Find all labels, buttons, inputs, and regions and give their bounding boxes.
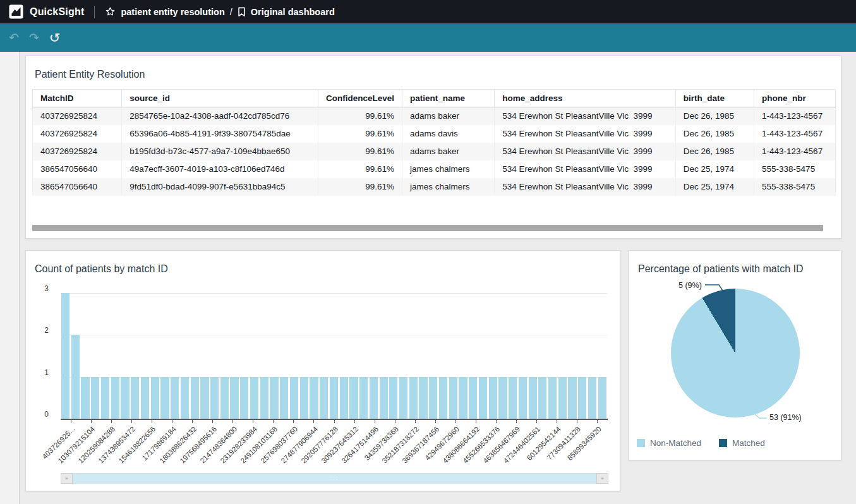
- column-header-source_id[interactable]: source_id: [122, 90, 318, 107]
- undo-icon[interactable]: ↶: [9, 32, 19, 44]
- table-row[interactable]: 40372692582465396a06-4b85-4191-9f39-3807…: [33, 125, 836, 143]
- legend-item-matched[interactable]: Matched: [719, 438, 765, 448]
- column-header-confidencelevel[interactable]: ConfidenceLevel: [318, 90, 402, 107]
- bar[interactable]: [230, 377, 238, 419]
- table-cell[interactable]: 9fd51df0-bdad-4099-907f-e5631bba94c5: [122, 178, 318, 196]
- bar[interactable]: [538, 377, 546, 419]
- bar[interactable]: [240, 377, 248, 419]
- bar[interactable]: [81, 377, 89, 419]
- bar[interactable]: [250, 377, 258, 419]
- column-header-home_address[interactable]: home_address: [495, 90, 676, 107]
- table-cell[interactable]: 403726925824: [33, 107, 122, 125]
- table-cell[interactable]: 1-443-123-4567: [754, 125, 836, 143]
- quicksight-home-link[interactable]: QuickSight: [9, 4, 84, 19]
- table-cell[interactable]: 65396a06-4b85-4191-9f39-380754785dae: [122, 125, 318, 143]
- table-cell[interactable]: 534 Erewhon St PleasantVille Vic 3999: [495, 178, 676, 196]
- bar[interactable]: [380, 377, 388, 419]
- bar[interactable]: [171, 377, 179, 419]
- table-cell[interactable]: 99.61%: [318, 107, 402, 125]
- bar[interactable]: [330, 377, 338, 419]
- table-cell[interactable]: 1-443-123-4567: [754, 107, 836, 125]
- bar[interactable]: [469, 377, 477, 419]
- table-cell[interactable]: adams baker: [402, 107, 494, 125]
- bar[interactable]: [419, 377, 427, 419]
- column-header-phone_nbr[interactable]: phone_nbr: [754, 90, 836, 107]
- table-cell[interactable]: Dec 26, 1985: [675, 125, 754, 143]
- table-cell[interactable]: 403726925824: [33, 143, 122, 160]
- bar[interactable]: [320, 377, 328, 419]
- bar[interactable]: [498, 377, 507, 419]
- bar[interactable]: [409, 377, 418, 419]
- bar[interactable]: [459, 377, 467, 419]
- zoom-handle-right[interactable]: ≡: [596, 473, 608, 484]
- table-cell[interactable]: 99.61%: [318, 160, 402, 178]
- bar[interactable]: [191, 377, 199, 419]
- table-cell[interactable]: 2854765e-10a2-4308-aadf-042cd785cd76: [122, 107, 318, 125]
- table-cell[interactable]: 555-338-5475: [754, 160, 836, 178]
- zoom-handle-left[interactable]: ≡: [61, 473, 73, 484]
- bar[interactable]: [131, 377, 139, 419]
- table-cell[interactable]: 534 Erewhon St PleasantVille Vic 3999: [495, 143, 676, 160]
- zoom-scroll-track[interactable]: ······: [73, 473, 596, 484]
- bar[interactable]: [598, 377, 606, 419]
- bar[interactable]: [260, 377, 268, 419]
- table-cell[interactable]: adams davis: [402, 125, 494, 143]
- table-cell[interactable]: 534 Erewhon St PleasantVille Vic 3999: [495, 125, 676, 143]
- chart-zoom-scrollbar[interactable]: ≡ ······ ≡: [61, 473, 608, 484]
- table-cell[interactable]: 1-443-123-4567: [754, 143, 836, 160]
- table-cell[interactable]: b195fd3d-b73c-4577-a9a7-109e4bbae650: [122, 143, 318, 160]
- reset-icon[interactable]: ↺: [49, 31, 61, 44]
- bar[interactable]: [578, 377, 586, 419]
- bar[interactable]: [588, 377, 596, 419]
- table-row[interactable]: 3865470566409fd51df0-bdad-4099-907f-e563…: [33, 178, 836, 196]
- bar[interactable]: [340, 377, 348, 419]
- legend-item-non-matched[interactable]: Non-Matched: [637, 438, 701, 448]
- table-cell[interactable]: 403726925824: [33, 125, 122, 143]
- table-cell[interactable]: james chalmers: [402, 160, 494, 178]
- table-cell[interactable]: Dec 26, 1985: [675, 107, 754, 125]
- table-row[interactable]: 403726925824b195fd3d-b73c-4577-a9a7-109e…: [33, 143, 836, 160]
- bar[interactable]: [429, 377, 437, 419]
- breadcrumb-dashboard-name[interactable]: Original dashboard: [251, 7, 335, 17]
- bar[interactable]: [200, 377, 208, 419]
- bar[interactable]: [529, 377, 537, 419]
- bar[interactable]: [489, 377, 497, 419]
- table-cell[interactable]: 99.61%: [318, 143, 402, 160]
- bar[interactable]: [558, 377, 567, 419]
- table-cell[interactable]: Dec 26, 1985: [675, 143, 754, 160]
- bar[interactable]: [310, 377, 318, 419]
- table-row[interactable]: 4037269258242854765e-10a2-4308-aadf-042c…: [33, 107, 836, 125]
- table-cell[interactable]: 99.61%: [318, 125, 402, 143]
- column-header-matchid[interactable]: MatchID: [33, 90, 122, 107]
- breadcrumb-analysis-name[interactable]: patient entity resolution: [121, 7, 224, 17]
- bar[interactable]: [280, 377, 288, 419]
- column-header-birth_date[interactable]: birth_date: [675, 90, 754, 107]
- bar[interactable]: [548, 377, 557, 419]
- bar[interactable]: [359, 377, 368, 419]
- bar[interactable]: [509, 377, 517, 419]
- favorite-star-icon[interactable]: [105, 6, 116, 17]
- bar[interactable]: [210, 377, 219, 419]
- bar[interactable]: [568, 377, 576, 419]
- bar[interactable]: [349, 377, 358, 419]
- table-cell[interactable]: Dec 25, 1974: [675, 160, 754, 178]
- bar[interactable]: [300, 377, 308, 419]
- bar[interactable]: [270, 377, 278, 419]
- table-horizontal-scrollbar[interactable]: [32, 225, 823, 231]
- bar[interactable]: [181, 377, 189, 419]
- bar[interactable]: [160, 377, 169, 419]
- bar[interactable]: [439, 377, 447, 419]
- bar[interactable]: [141, 377, 149, 419]
- table-cell[interactable]: james chalmers: [402, 178, 494, 196]
- table-cell[interactable]: 386547056640: [33, 160, 122, 178]
- bar[interactable]: [479, 377, 487, 419]
- bar[interactable]: [449, 377, 457, 419]
- table-cell[interactable]: 555-338-5475: [754, 178, 836, 196]
- redo-icon[interactable]: ↷: [29, 32, 39, 44]
- column-header-patient_name[interactable]: patient_name: [402, 90, 494, 107]
- bar[interactable]: [111, 377, 119, 419]
- bar[interactable]: [290, 377, 298, 419]
- bar[interactable]: [399, 377, 407, 419]
- bar[interactable]: [61, 293, 69, 419]
- table-cell[interactable]: 386547056640: [33, 178, 122, 196]
